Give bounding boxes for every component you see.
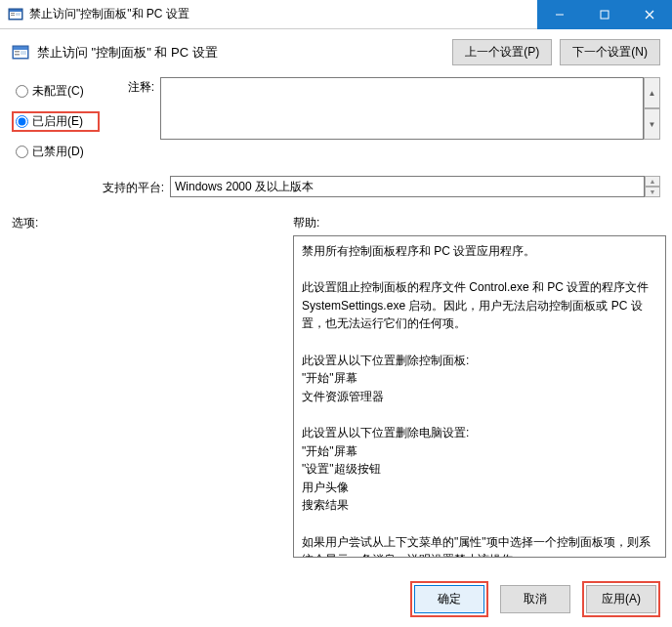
comment-spin-up[interactable]: ▲ [644, 77, 660, 108]
platform-value: Windows 2000 及以上版本 [175, 179, 640, 195]
radio-enabled[interactable]: 已启用(E) [12, 111, 100, 132]
help-text[interactable]: 禁用所有控制面板程序和 PC 设置应用程序。 此设置阻止控制面板的程序文件 Co… [293, 235, 666, 558]
svg-rect-13 [21, 51, 26, 55]
comment-label: 注释: [100, 77, 160, 96]
ok-button[interactable]: 确定 [414, 585, 484, 613]
apply-button[interactable]: 应用(A) [586, 585, 656, 613]
cancel-button[interactable]: 取消 [500, 585, 570, 613]
comment-textarea[interactable] [160, 77, 644, 140]
policy-icon [12, 44, 29, 62]
svg-rect-6 [601, 11, 609, 19]
radio-enabled-label: 已启用(E) [32, 113, 83, 130]
radio-disabled-label: 已禁用(D) [32, 144, 84, 160]
window-title: 禁止访问"控制面板"和 PC 设置 [29, 6, 537, 22]
policy-title: 禁止访问 "控制面板" 和 PC 设置 [37, 44, 452, 62]
comment-spin-down[interactable]: ▼ [644, 108, 660, 140]
svg-rect-4 [16, 13, 21, 16]
options-label: 选项: [12, 215, 293, 231]
help-label: 帮助: [293, 215, 660, 231]
platform-spin-down[interactable]: ▼ [645, 187, 660, 197]
svg-rect-12 [15, 54, 20, 56]
platform-field: Windows 2000 及以上版本 [170, 176, 645, 197]
radio-not-configured-input[interactable] [16, 85, 28, 98]
radio-disabled[interactable]: 已禁用(D) [12, 142, 100, 162]
next-setting-button[interactable]: 下一个设置(N) [560, 39, 660, 65]
svg-rect-2 [11, 13, 15, 14]
window-controls [537, 0, 672, 29]
window-icon [8, 7, 23, 22]
radio-disabled-input[interactable] [16, 146, 28, 158]
svg-rect-11 [15, 51, 20, 53]
minimize-button[interactable] [537, 0, 582, 29]
maximize-button[interactable] [582, 0, 627, 29]
platform-label: 支持的平台: [100, 178, 170, 196]
radio-enabled-input[interactable] [16, 115, 28, 128]
button-bar: 确定 取消 应用(A) [410, 581, 660, 617]
close-button[interactable] [627, 0, 672, 29]
svg-rect-3 [11, 15, 15, 16]
previous-setting-button[interactable]: 上一个设置(P) [452, 39, 552, 65]
platform-spin-up[interactable]: ▲ [645, 176, 660, 187]
titlebar: 禁止访问"控制面板"和 PC 设置 [0, 0, 672, 29]
radio-not-configured[interactable]: 未配置(C) [12, 81, 100, 102]
radio-not-configured-label: 未配置(C) [32, 83, 84, 100]
